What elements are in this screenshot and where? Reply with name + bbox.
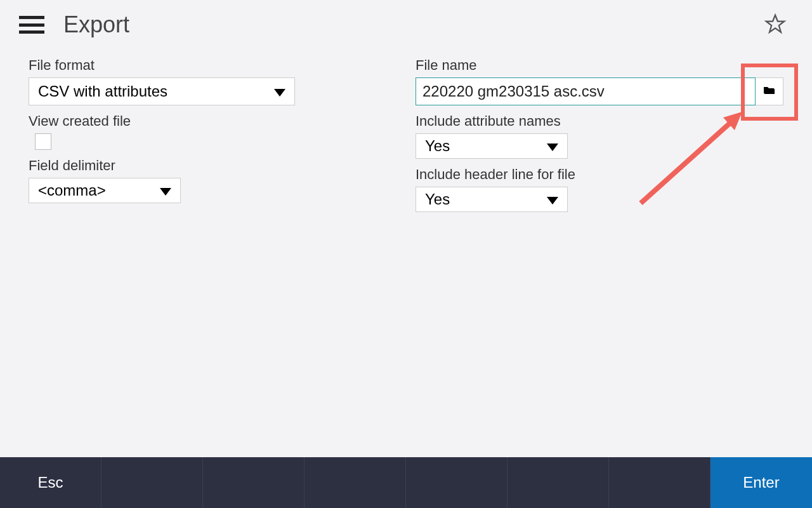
enter-button[interactable]: Enter bbox=[710, 457, 812, 508]
include-attr-select[interactable]: Yes bbox=[416, 133, 568, 159]
include-attr-value: Yes bbox=[425, 137, 450, 155]
include-header-label: Include header line for file bbox=[416, 166, 783, 183]
field-delimiter-value: <comma> bbox=[38, 182, 106, 199]
bottom-slot-5 bbox=[406, 457, 508, 508]
field-delimiter-label: Field delimiter bbox=[29, 157, 320, 174]
field-delimiter-select[interactable]: <comma> bbox=[29, 178, 181, 203]
view-created-checkbox[interactable] bbox=[35, 133, 51, 150]
file-format-label: File format bbox=[29, 57, 320, 74]
bottom-slot-4 bbox=[304, 457, 406, 508]
bottom-bar: Esc Enter bbox=[0, 457, 812, 508]
menu-icon[interactable] bbox=[19, 15, 44, 35]
esc-button[interactable]: Esc bbox=[0, 457, 102, 508]
favorite-star-icon[interactable] bbox=[764, 13, 787, 36]
browse-button[interactable] bbox=[756, 77, 783, 105]
chevron-down-icon bbox=[547, 190, 558, 208]
file-format-value: CSV with attributes bbox=[38, 83, 167, 100]
folder-icon bbox=[764, 86, 775, 97]
chevron-down-icon bbox=[274, 83, 285, 100]
bottom-slot-7 bbox=[609, 457, 710, 508]
bottom-slot-6 bbox=[508, 457, 609, 508]
bottom-slot-3 bbox=[203, 457, 304, 508]
include-header-select[interactable]: Yes bbox=[416, 187, 568, 212]
include-header-value: Yes bbox=[425, 190, 450, 208]
page-title: Export bbox=[63, 11, 129, 38]
chevron-down-icon bbox=[547, 137, 558, 155]
file-name-input[interactable] bbox=[416, 77, 756, 105]
file-format-select[interactable]: CSV with attributes bbox=[29, 77, 295, 105]
bottom-slot-2 bbox=[102, 457, 203, 508]
include-attr-label: Include attribute names bbox=[416, 113, 783, 130]
view-created-label: View created file bbox=[29, 113, 320, 130]
file-name-label: File name bbox=[416, 57, 783, 74]
chevron-down-icon bbox=[160, 182, 171, 199]
